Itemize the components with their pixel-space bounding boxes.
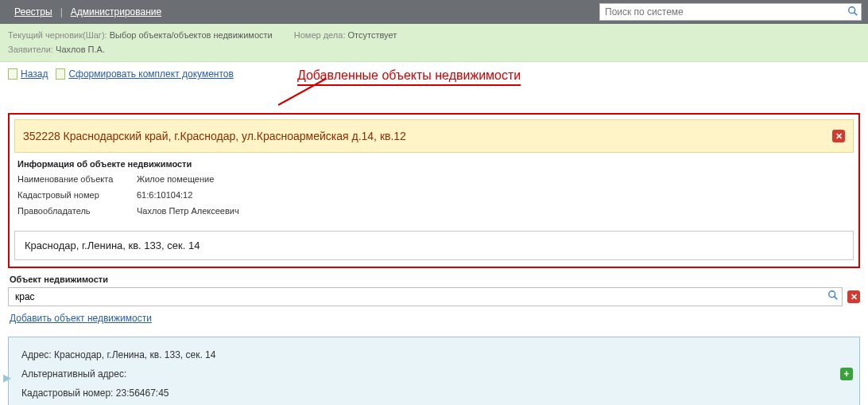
draft-value: Выбор объекта/объектов недвижимости [110,30,273,40]
owner-label: Правообладатель [17,204,137,220]
object-info-title: Информация об объекте недвижимости [17,159,851,169]
search-icon[interactable] [845,6,861,19]
svg-point-0 [849,6,855,13]
suggestion-panel[interactable]: ▸ Адрес: Краснодар, г.Ленина, кв. 133, с… [8,337,860,405]
object-title: 352228 Краснодарский край, г.Краснодар, … [23,130,406,142]
svg-point-3 [829,291,835,298]
object-second-address: Краснодар, г.Ленина, кв. 133, сек. 14 [14,231,854,260]
top-nav: Реестры | Администрирование [0,0,868,24]
object-header: 352228 Краснодарский край, г.Краснодар, … [14,119,854,153]
owner-value: Чахлов Петр Алексеевич [137,204,239,220]
cadastral-label: Кадастровый номер [17,188,137,204]
remove-object-button[interactable]: ✕ [832,130,845,142]
global-search-input[interactable] [600,6,845,18]
suggestion-address-label: Адрес: [21,349,52,360]
suggestion-alt-label: Альтернативный адрес: [21,368,126,380]
applicant-value: Чахлов П.А. [56,45,105,54]
object-name-label: Наименование объекта [17,172,137,188]
object-search-input[interactable] [9,291,824,302]
pointer-icon: ▸ [3,369,11,385]
search-icon[interactable] [824,290,842,303]
object-info-table: Наименование объекта Жилое помещение Кад… [17,172,851,219]
applicant-label: Заявители: [8,45,53,54]
global-search[interactable] [599,3,862,21]
add-object-link[interactable]: Добавить объект недвижимости [10,313,152,324]
nav-admin[interactable]: Администрирование [63,6,169,18]
cadastral-value: 61:6:10104:12 [137,188,192,204]
build-docs-link[interactable]: Сформировать комплект документов [68,68,234,80]
object-search-box[interactable] [8,287,843,306]
clear-search-button[interactable]: ✕ [847,290,860,303]
context-strip: Текущий черновик(Шаг): Выбор объекта/объ… [0,24,868,62]
back-link[interactable]: Назад [21,68,48,80]
selected-objects-panel: 352228 Краснодарский край, г.Краснодар, … [8,113,860,267]
case-value: Отсутствует [348,30,397,40]
suggestion-cad-label: Кадастровый номер: [21,387,113,399]
callout-pointer [0,91,868,110]
svg-line-4 [835,297,838,300]
object-name-value: Жилое помещение [137,172,214,188]
object-search-section: Объект недвижимости ✕ Добавить объект не… [8,275,860,332]
suggestion-cad-value: 23:56467:45 [116,387,169,399]
svg-line-1 [854,12,858,15]
add-suggestion-button[interactable]: + [840,368,853,380]
svg-line-2 [278,79,326,105]
draft-label: Текущий черновик(Шаг): [8,30,107,40]
object-search-title: Объект недвижимости [10,275,857,284]
document-icon [8,68,17,80]
document-icon [56,68,65,80]
nav-registries[interactable]: Реестры [6,6,60,18]
suggestion-address-value: Краснодар, г.Ленина, кв. 133, сек. 14 [54,349,215,360]
case-label: Номер дела: [294,30,346,40]
